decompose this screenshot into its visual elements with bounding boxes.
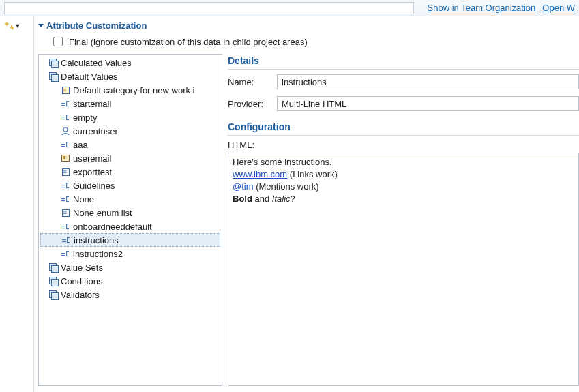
svg-rect-1 <box>61 105 65 106</box>
tree-item-instructions[interactable]: instructions <box>40 233 220 247</box>
svg-rect-30 <box>66 228 69 229</box>
number-icon <box>61 85 70 95</box>
svg-rect-11 <box>61 144 65 145</box>
svg-rect-12 <box>61 146 65 147</box>
text-icon <box>61 112 70 122</box>
html-editor[interactable]: Here's some instructions. www.ibm.com (L… <box>228 153 579 386</box>
svg-rect-0 <box>61 103 65 104</box>
svg-rect-16 <box>61 185 65 185</box>
provider-field[interactable]: Multi-Line HTML <box>277 96 579 111</box>
svg-rect-31 <box>62 239 66 240</box>
left-gutter: ▼ <box>0 16 34 392</box>
html-label: HTML: <box>228 138 579 150</box>
svg-rect-14 <box>66 142 69 142</box>
tree-item-empty[interactable]: empty <box>40 110 220 124</box>
user-icon <box>61 126 70 136</box>
location-field[interactable] <box>4 2 414 14</box>
svg-rect-4 <box>66 106 69 106</box>
text-icon <box>61 249 70 258</box>
svg-rect-5 <box>61 117 65 117</box>
open-w-link[interactable]: Open W <box>542 3 575 13</box>
tree-item-instructions2[interactable]: instructions2 <box>40 247 220 260</box>
svg-rect-9 <box>66 119 69 120</box>
svg-point-10 <box>63 127 68 132</box>
svg-rect-23 <box>66 196 67 202</box>
enum-icon <box>61 208 70 217</box>
svg-rect-8 <box>66 115 69 115</box>
svg-rect-28 <box>66 224 67 229</box>
provider-label: Provider: <box>228 99 271 109</box>
show-team-org-link[interactable]: Show in Team Organization <box>428 3 536 13</box>
section-title: Attribute Customization <box>46 20 147 31</box>
svg-rect-21 <box>61 198 65 199</box>
svg-rect-33 <box>67 237 68 243</box>
svg-rect-36 <box>61 253 65 254</box>
card-icon <box>61 153 70 163</box>
mention-tim[interactable]: @tim <box>233 181 254 192</box>
db-icon <box>48 58 58 67</box>
dropdown-caret-icon: ▼ <box>15 22 21 29</box>
db-icon <box>48 262 58 272</box>
db-icon <box>48 290 58 299</box>
tree-item-aaa[interactable]: aaa <box>40 138 220 151</box>
svg-rect-27 <box>61 228 65 228</box>
sparkle-arrow-icon <box>4 21 14 31</box>
svg-rect-37 <box>61 255 65 256</box>
tree-item-default-category[interactable]: Default category for new work i <box>40 83 220 97</box>
html-line-2: www.ibm.com (Links work) <box>233 168 574 181</box>
html-line-4: Bold and Italic? <box>233 193 574 205</box>
tree-item-onboard[interactable]: onboardneeddefault <box>40 220 220 233</box>
text-icon <box>61 194 70 204</box>
html-line-1: Here's some instructions. <box>233 156 574 168</box>
svg-rect-25 <box>66 201 69 202</box>
tree-item-startemail[interactable]: startemail <box>40 97 220 110</box>
svg-rect-40 <box>66 256 69 256</box>
details-title: Details <box>228 54 579 70</box>
db-icon <box>48 276 58 286</box>
add-dropdown-button[interactable]: ▼ <box>3 19 22 33</box>
text-icon <box>61 235 71 245</box>
text-icon <box>61 99 70 108</box>
tree-default-values[interactable]: Default Values <box>40 70 220 83</box>
svg-rect-19 <box>66 183 69 183</box>
svg-rect-39 <box>66 251 69 252</box>
final-label: Final (ignore customization of this data… <box>69 37 308 47</box>
tree-item-none[interactable]: None <box>40 192 220 206</box>
name-label: Name: <box>228 77 271 87</box>
svg-rect-38 <box>66 251 67 256</box>
enum-icon <box>61 167 70 177</box>
svg-rect-3 <box>66 101 69 102</box>
text-icon <box>61 222 70 231</box>
name-field[interactable]: instructions <box>277 74 579 89</box>
tree-item-guidelines[interactable]: Guidelines <box>40 179 220 192</box>
svg-rect-20 <box>66 187 69 188</box>
svg-rect-29 <box>66 224 69 224</box>
final-checkbox[interactable] <box>53 37 63 46</box>
tree-conditions[interactable]: Conditions <box>40 274 220 288</box>
tree-item-exporttest[interactable]: exporttest <box>40 165 220 179</box>
tree-item-currentuser[interactable]: currentuser <box>40 124 220 138</box>
text-icon <box>61 140 70 149</box>
details-panel: Details Name: instructions Provider: Mul… <box>222 54 579 386</box>
tree-item-none-enum[interactable]: None enum list <box>40 206 220 220</box>
html-line-3: @tim (Mentions work) <box>233 181 574 193</box>
top-toolbar: Show in Team Organization Open W <box>0 0 579 16</box>
tree-panel[interactable]: Calculated Values Default Values Default… <box>38 54 222 386</box>
section-header[interactable]: Attribute Customization <box>38 19 579 35</box>
tree-value-sets[interactable]: Value Sets <box>40 260 220 274</box>
svg-rect-32 <box>62 241 66 242</box>
final-row: Final (ignore customization of this data… <box>38 35 579 54</box>
twisty-icon <box>38 24 44 27</box>
svg-rect-22 <box>61 200 65 201</box>
svg-rect-17 <box>61 187 65 187</box>
tree-item-useremail[interactable]: useremail <box>40 151 220 165</box>
link-ibm[interactable]: www.ibm.com <box>233 169 287 179</box>
config-title: Configuration <box>228 120 579 136</box>
text-icon <box>61 181 70 190</box>
svg-rect-35 <box>67 242 70 243</box>
tree-calculated-values[interactable]: Calculated Values <box>40 56 220 70</box>
svg-rect-18 <box>66 183 67 188</box>
tree-validators[interactable]: Validators <box>40 288 220 301</box>
db-icon <box>48 72 58 81</box>
svg-rect-15 <box>66 147 69 147</box>
